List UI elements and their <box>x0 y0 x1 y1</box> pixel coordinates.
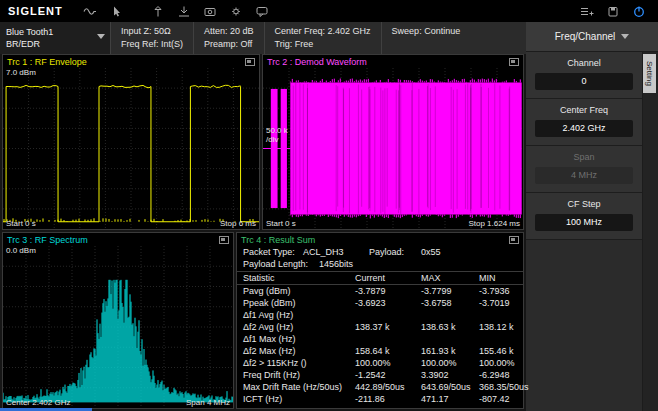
table-row: Pavg (dBm)-3.7879-3.7799-3.7936 <box>237 285 523 297</box>
span-button: Span 4 MHz <box>526 146 642 193</box>
stat-value <box>479 309 523 321</box>
demod-waveform-panel[interactable]: Trc 2 : Demod Waveform 50.0 k/div Start … <box>262 54 524 230</box>
trace3-title: Trc 3 : RF Spectrum <box>7 235 88 245</box>
stat-label: Δf1 Avg (Hz) <box>243 309 355 321</box>
table-row: Δf1 Max (Hz) <box>237 333 523 345</box>
stat-label: Pavg (dBm) <box>243 285 355 297</box>
rf-spectrum-panel[interactable]: Trc 3 : RF Spectrum 0.0 dBm Center 2.402… <box>2 232 234 409</box>
channel-label: Channel <box>526 58 642 68</box>
stat-value: -807.42 <box>479 393 523 405</box>
y-scale-label: 50.0 k/div <box>266 126 288 144</box>
measurement-mode-dropdown[interactable]: Blue Tooth1 BR/EDR <box>0 22 110 54</box>
stat-value: -3.6758 <box>421 297 479 309</box>
rf-envelope-panel[interactable]: Trc 1 : RF Envelope 7.0 dBm Start 0 s St… <box>2 54 260 230</box>
center-freq-button[interactable]: Center Freq 2.402 GHz <box>526 99 642 146</box>
waveform-icon[interactable] <box>82 4 98 19</box>
panel-menu-icon[interactable] <box>245 58 255 66</box>
chat-icon[interactable] <box>254 4 270 19</box>
span-label: Span <box>526 152 642 162</box>
table-row: ICFT (Hz)-211.86471.17-807.42 <box>237 393 523 405</box>
menu-plus-icon[interactable] <box>579 4 595 19</box>
table-row: Δf1 Avg (Hz) <box>237 309 523 321</box>
x-start-label: Start 0 s <box>6 219 36 228</box>
packet-info-row: Packet Type: ACL_DH3 Payload: 0x55 <box>237 246 523 258</box>
freq-trig-settings: Center Freq: 2.402 GHzTrig: Free <box>264 22 381 54</box>
result-sum-panel[interactable]: Trc 4 : Result Sum Packet Type: ACL_DH3 … <box>236 232 524 409</box>
x-center-label: Center 2.402 GHz <box>6 398 70 407</box>
trace1-title: Trc 1 : RF Envelope <box>7 57 87 67</box>
table-row: Δf2 Max (Hz)158.64 k161.93 k155.46 k <box>237 345 523 357</box>
panel-menu-icon[interactable] <box>509 58 519 66</box>
stat-label: Ppeak (dBm) <box>243 297 355 309</box>
stat-value: 3.3902 <box>421 369 479 381</box>
table-row: Δf2 > 115KHz ()100.00%100.00%100.00% <box>237 357 523 369</box>
panel-menu-icon[interactable] <box>219 236 229 244</box>
trace2-title: Trc 2 : Demod Waveform <box>267 57 367 67</box>
center-freq-label: Center Freq <box>526 105 642 115</box>
stat-label: Δf2 > 115KHz () <box>243 357 355 369</box>
stat-value: 158.64 k <box>355 345 421 357</box>
table-row: Max Drift Rate (Hz/50us)442.89/50us643.6… <box>237 381 523 393</box>
control-sidebar: Freq/Channel Channel 0 Center Freq 2.402… <box>526 22 658 411</box>
packet-type-value: ACL_DH3 <box>303 246 369 258</box>
stat-value <box>355 309 421 321</box>
stat-value: 442.89/50us <box>355 381 421 393</box>
table-row: Ppeak (dBm)-3.6923-3.6758-3.7019 <box>237 297 523 309</box>
table-row: Δf2 Avg (Hz)138.37 k138.63 k138.12 k <box>237 321 523 333</box>
table-row: Freq Drift (Hz)-1.25423.3902-6.2948 <box>237 369 523 381</box>
analyzer-screen: SIGLENT <box>0 0 658 411</box>
stat-value: 161.93 k <box>421 345 479 357</box>
ref-level-label: 0.0 dBm <box>6 246 36 255</box>
cf-step-button[interactable]: CF Step 100 MHz <box>526 193 642 240</box>
power-icon[interactable] <box>631 4 647 19</box>
status-bar: Blue Tooth1 BR/EDR Input Z: 50ΩFreq Ref:… <box>0 22 526 54</box>
touch-pointer-icon[interactable] <box>108 4 124 19</box>
panel-menu-icon[interactable] <box>509 236 519 244</box>
stat-value: -3.6923 <box>355 297 421 309</box>
disk-icon[interactable] <box>605 4 621 19</box>
demod-waveform-plot <box>263 68 523 229</box>
stat-label: ICFT (Hz) <box>243 393 355 405</box>
stat-value <box>479 333 523 345</box>
camera-icon[interactable] <box>202 4 218 19</box>
rf-envelope-plot <box>3 68 259 229</box>
cf-step-value: 100 MHz <box>535 214 633 231</box>
channel-button[interactable]: Channel 0 <box>526 52 642 99</box>
download-icon[interactable] <box>176 4 192 19</box>
input-settings: Input Z: 50ΩFreq Ref: Int(S) <box>110 22 193 54</box>
gear-icon[interactable] <box>228 4 244 19</box>
stat-value: 155.46 k <box>479 345 523 357</box>
stat-value <box>421 309 479 321</box>
payload-value: 0x55 <box>421 246 441 258</box>
stat-value: -6.2948 <box>479 369 523 381</box>
stat-label: Freq Drift (Hz) <box>243 369 355 381</box>
stat-value <box>421 333 479 345</box>
x-start-label: Start 0 s <box>266 219 296 228</box>
x-stop-label: Stop 1.624 ms <box>468 219 520 228</box>
atten-settings: Atten: 20 dBPreamp: Off <box>193 22 264 54</box>
payload-label: Payload: <box>369 246 421 258</box>
sidebar-menu-label: Freq/Channel <box>555 31 616 42</box>
stat-value: 643.69/50us <box>421 381 479 393</box>
stat-value: 138.12 k <box>479 321 523 333</box>
result-table-body: Pavg (dBm)-3.7879-3.7799-3.7936Ppeak (dB… <box>237 285 523 405</box>
sidebar-menu-title[interactable]: Freq/Channel <box>526 22 658 52</box>
stat-value: 138.63 k <box>421 321 479 333</box>
packet-type-label: Packet Type: <box>243 246 303 258</box>
tab-setting[interactable]: Setting <box>643 54 656 93</box>
stat-value: -211.86 <box>355 393 421 405</box>
mode-line2: BR/EDR <box>6 38 53 50</box>
top-toolbar: SIGLENT <box>0 0 658 22</box>
channel-value: 0 <box>535 73 633 90</box>
payload-length-value: 1456bits <box>319 258 353 270</box>
span-value: 4 MHz <box>535 167 633 184</box>
stat-value: 100.00% <box>355 357 421 369</box>
x-span-label: Span 4 MHz <box>186 398 230 407</box>
x-stop-label: Stop 6 ms <box>220 219 256 228</box>
sidebar-edge-strip: Setting <box>642 52 658 411</box>
chevron-down-icon <box>621 34 629 39</box>
stat-value: -1.2542 <box>355 369 421 381</box>
payload-length-row: Payload Length: 1456bits <box>237 258 523 272</box>
antenna-icon[interactable] <box>150 4 166 19</box>
sweep-settings: Sweep: Continue <box>381 22 471 54</box>
